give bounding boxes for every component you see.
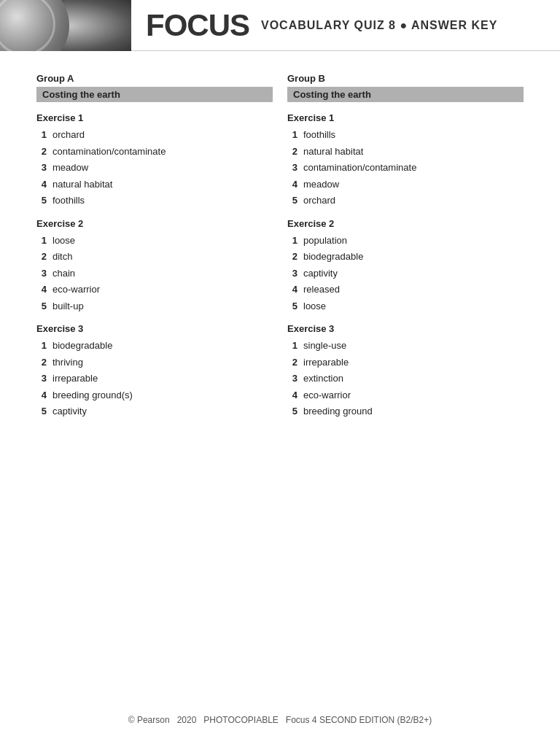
- group-b-title: Costing the earth: [287, 87, 524, 102]
- group-b-exercise-1-list: 1foothills 2natural habitat 3contaminati…: [287, 128, 524, 208]
- list-item: 5loose: [287, 299, 524, 314]
- group-a-title: Costing the earth: [36, 87, 273, 102]
- group-b-exercise-2-label: Exercise 2: [287, 218, 524, 229]
- list-item: 3meadow: [36, 160, 273, 175]
- list-item: 1orchard: [36, 128, 273, 142]
- page-wrapper: FOCUS VOCABULARY QUIZ 8 ● ANSWER KEY Gro…: [0, 0, 560, 747]
- list-item: 1loose: [36, 233, 273, 248]
- list-item: 5foothills: [36, 193, 273, 208]
- group-a-label: Group A: [36, 73, 273, 84]
- footer-copyright: © Pearson: [128, 715, 170, 725]
- list-item: 5built-up: [36, 299, 273, 314]
- footer-edition: Focus 4 SECOND EDITION (B2/B2+): [286, 715, 432, 725]
- group-a-column: Group A Costing the earth Exercise 1 1or…: [36, 73, 273, 426]
- group-a-exercise-1-list: 1orchard 2contamination/contaminate 3mea…: [36, 128, 273, 208]
- group-b-label: Group B: [287, 73, 524, 84]
- list-item: 2natural habitat: [287, 144, 524, 159]
- list-item: 2contamination/contaminate: [36, 144, 273, 159]
- footer-photocopiable: PHOTOCOPIABLE: [203, 715, 278, 725]
- list-item: 3chain: [36, 266, 273, 281]
- list-item: 3extinction: [287, 371, 524, 386]
- group-b-exercise-1-label: Exercise 1: [287, 112, 524, 123]
- list-item: 1foothills: [287, 128, 524, 142]
- header: FOCUS VOCABULARY QUIZ 8 ● ANSWER KEY: [0, 0, 560, 51]
- group-a-exercise-3-list: 1biodegradable 2thriving 3irreparable 4b…: [36, 338, 273, 419]
- list-item: 4natural habitat: [36, 177, 273, 192]
- quiz-label: VOCABULARY QUIZ 8 ● ANSWER KEY: [261, 19, 497, 32]
- list-item: 2thriving: [36, 355, 273, 370]
- group-b-exercise-3-list: 1single-use 2irreparable 3extinction 4ec…: [287, 338, 524, 419]
- group-a-exercise-2-list: 1loose 2ditch 3chain 4eco-warrior 5built…: [36, 233, 273, 314]
- header-title: FOCUS VOCABULARY QUIZ 8 ● ANSWER KEY: [131, 8, 497, 43]
- list-item: 3irreparable: [36, 371, 273, 386]
- logo-area: [0, 0, 131, 51]
- list-item: 4eco-warrior: [36, 282, 273, 297]
- group-a-exercise-1-label: Exercise 1: [36, 112, 273, 123]
- list-item: 1biodegradable: [36, 338, 273, 353]
- list-item: 2biodegradable: [287, 249, 524, 264]
- list-item: 2irreparable: [287, 355, 524, 370]
- group-a-exercise-3-label: Exercise 3: [36, 323, 273, 334]
- group-b-exercise-3-label: Exercise 3: [287, 323, 524, 334]
- list-item: 3captivity: [287, 266, 524, 281]
- list-item: 5captivity: [36, 404, 273, 419]
- list-item: 1population: [287, 233, 524, 248]
- footer-year: 2020: [177, 715, 197, 725]
- list-item: 2ditch: [36, 249, 273, 264]
- list-item: 3contamination/contaminate: [287, 160, 524, 175]
- footer: © Pearson 2020 PHOTOCOPIABLE Focus 4 SEC…: [0, 715, 560, 725]
- list-item: 4breeding ground(s): [36, 388, 273, 403]
- list-item: 5breeding ground: [287, 404, 524, 419]
- group-b-column: Group B Costing the earth Exercise 1 1fo…: [287, 73, 524, 426]
- group-a-exercise-2-label: Exercise 2: [36, 218, 273, 229]
- list-item: 4released: [287, 282, 524, 297]
- main-content: Group A Costing the earth Exercise 1 1or…: [0, 51, 560, 448]
- list-item: 4eco-warrior: [287, 388, 524, 403]
- list-item: 5orchard: [287, 193, 524, 208]
- brand-name: FOCUS: [146, 8, 249, 43]
- group-b-exercise-2-list: 1population 2biodegradable 3captivity 4r…: [287, 233, 524, 314]
- list-item: 4meadow: [287, 177, 524, 192]
- list-item: 1single-use: [287, 338, 524, 353]
